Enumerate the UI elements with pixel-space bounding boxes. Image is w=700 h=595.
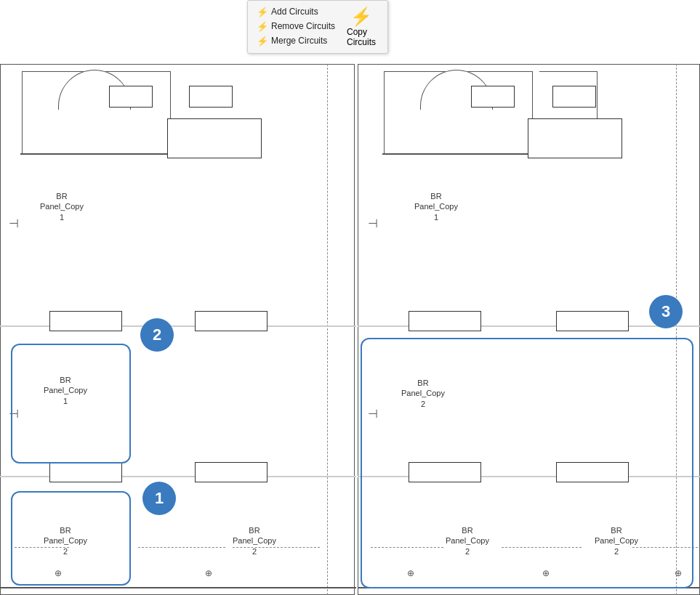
circuit-badge-3: 3 xyxy=(649,295,683,328)
drawing-area: BR Panel_Copy 1 ⊣ BR Panel_Copy 1 2 ⊣ BR… xyxy=(0,64,700,595)
copy-circuits-icon: ⚡ xyxy=(350,7,372,27)
panel-box-top-left xyxy=(167,118,262,158)
copy-circuits-button[interactable]: ⚡ CopyCircuits xyxy=(342,5,380,49)
wall-symbol-left-top: ⊣ xyxy=(9,216,19,230)
add-circuits-button[interactable]: ⚡ Add Circuits xyxy=(255,5,337,18)
rect-bot-left-2 xyxy=(195,462,267,482)
elec-symbol-bot-left-2: ⊕ xyxy=(205,568,212,578)
panel-label-top-left: BR Panel_Copy 1 xyxy=(40,191,84,222)
merge-circuits-button[interactable]: ⚡ Merge Circuits xyxy=(255,34,337,47)
room-bottom-line-left xyxy=(20,153,169,155)
panel-label-top-right: BR Panel_Copy 1 xyxy=(414,191,458,222)
merge-circuits-icon: ⚡ xyxy=(257,35,268,46)
add-circuits-label: Add Circuits xyxy=(271,7,318,17)
remove-circuits-label: Remove Circuits xyxy=(271,21,335,31)
circuit-badge-2: 2 xyxy=(140,318,174,352)
dash-bot-left-2 xyxy=(138,547,225,549)
dash-bot-left-3 xyxy=(233,547,320,549)
copy-circuits-label: CopyCircuits xyxy=(347,27,376,47)
dashed-line-left xyxy=(327,64,328,595)
bottom-line-left xyxy=(0,587,356,588)
toolbar-left-buttons: ⚡ Add Circuits ⚡ Remove Circuits ⚡ Merge… xyxy=(255,5,337,49)
rect-mid-left-2 xyxy=(195,311,267,331)
circuit-toolbar: ⚡ Add Circuits ⚡ Remove Circuits ⚡ Merge… xyxy=(247,0,388,54)
wall-symbol-right-top: ⊣ xyxy=(368,216,378,230)
inner-rect-top-right-1 xyxy=(471,86,515,108)
inner-rect-top-right-2 xyxy=(552,86,596,108)
inner-rect-top-left-1 xyxy=(109,86,153,108)
inner-rect-top-left-2 xyxy=(189,86,233,108)
remove-circuits-button[interactable]: ⚡ Remove Circuits xyxy=(255,20,337,33)
circuit-badge-1: 1 xyxy=(142,482,176,515)
selection-box-1 xyxy=(11,491,131,586)
merge-circuits-label: Merge Circuits xyxy=(271,36,327,46)
rect-mid-left-1 xyxy=(49,311,122,331)
selection-box-2 xyxy=(11,344,131,464)
panel-label-bot-left-2: BR Panel_Copy 2 xyxy=(233,525,276,556)
rect-bot-left-1 xyxy=(49,462,122,482)
rect-mid-right-1 xyxy=(409,311,481,331)
room-bottom-line-right xyxy=(382,153,531,155)
rect-mid-right-2 xyxy=(556,311,629,331)
add-circuits-icon: ⚡ xyxy=(257,6,268,17)
remove-circuits-icon: ⚡ xyxy=(257,20,268,32)
panel-box-top-right xyxy=(528,118,622,158)
selection-box-3 xyxy=(361,338,693,588)
